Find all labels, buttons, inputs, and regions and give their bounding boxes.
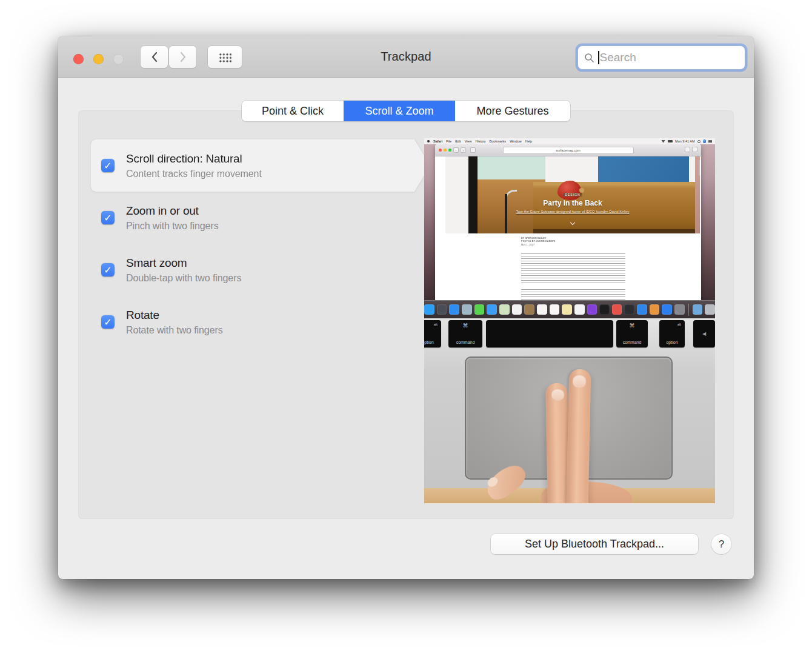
dock-icon-keynote: [637, 304, 647, 315]
dock-icon-facetime: [487, 304, 497, 315]
preview-close-icon: [439, 149, 442, 152]
checkbox-rotate[interactable]: ✓: [101, 315, 115, 329]
article-paragraph: [521, 289, 625, 300]
preview-hero-image: DESIGN Party in the Back Tour the Ettore…: [445, 156, 700, 233]
dock-icon-appstore: [662, 304, 672, 315]
dock-icon-trash: [705, 304, 715, 315]
dock-icon-system-preferences: [674, 304, 685, 315]
left-arrow-key: ◀: [693, 320, 715, 347]
help-button[interactable]: ?: [711, 534, 731, 554]
trackpad-preferences-window: Trackpad Search Point & Click Scroll & Z…: [58, 36, 754, 579]
siri-icon: [703, 139, 707, 143]
gesture-tabs: Point & Click Scroll & Zoom More Gesture…: [242, 101, 570, 121]
battery-icon: [668, 140, 673, 142]
article-photo-credit: PHOTOS BY JUSTIN KANEPS: [521, 239, 555, 243]
red-sculpture: [557, 181, 582, 200]
settings-pane: ✓ Scroll direction: Natural Content trac…: [79, 111, 733, 518]
dock-icon-safari: [449, 304, 459, 315]
tab-point-and-click[interactable]: Point & Click: [242, 101, 344, 121]
dock-divider: [688, 304, 689, 316]
search-placeholder: Search: [600, 51, 636, 64]
dock-icon-reminders: [550, 304, 560, 315]
option-key-right: alt option: [659, 320, 685, 347]
middle-finger: [567, 369, 591, 503]
setting-subtitle: Pinch with two fingers: [126, 221, 219, 232]
tab-scroll-and-zoom[interactable]: Scroll & Zoom: [344, 101, 455, 121]
row-zoom-in-or-out[interactable]: ✓ Zoom in or out Pinch with two fingers: [91, 192, 414, 244]
preview-forward-icon: ›: [461, 147, 466, 153]
dock-icon-podcasts: [587, 304, 597, 315]
search-field[interactable]: Search: [577, 45, 745, 70]
text-cursor: [598, 51, 599, 64]
spotlight-icon: [697, 140, 701, 143]
setting-title: Scroll direction: Natural: [126, 152, 262, 166]
setting-subtitle: Double-tap with two fingers: [126, 273, 241, 284]
dock-icon-tv: [599, 304, 610, 315]
command-key-left: ⌘ command: [448, 320, 482, 347]
setup-bluetooth-trackpad-button[interactable]: Set Up Bluetooth Trackpad...: [491, 534, 698, 554]
article-byline: BY SPENCER BAILEY: [521, 236, 547, 239]
preview-share-icon: [685, 147, 690, 152]
article-date: May 1, 2017: [521, 243, 534, 246]
preview-desktop-wallpaper: ‹ › surfacemag.com: [424, 138, 715, 318]
preview-sidebar-icon: [470, 147, 476, 153]
checkbox-smart-zoom[interactable]: ✓: [101, 263, 115, 276]
notification-center-icon: [708, 140, 712, 143]
preview-article: BY SPENCER BAILEY PHOTOS BY JUSTIN KANEP…: [445, 233, 700, 300]
dock-icon-photos: [512, 304, 522, 315]
checkbox-zoom-in-or-out[interactable]: ✓: [101, 211, 115, 224]
apple-menu-icon: [427, 140, 430, 143]
preview-url-field: surfacemag.com: [503, 147, 634, 154]
dock-icon-notes: [562, 304, 572, 315]
setting-subtitle: Content tracks finger movement: [126, 169, 262, 179]
middle-fingernail: [573, 375, 586, 388]
setting-title: Zoom in or out: [126, 204, 219, 218]
preview-scrollbar: [699, 160, 700, 176]
preview-back-icon: ‹: [453, 147, 459, 153]
index-finger: [545, 383, 569, 503]
search-icon: [584, 53, 594, 63]
setting-subtitle: Rotate with two fingers: [126, 325, 223, 336]
preview-tabs-icon: [692, 147, 697, 152]
dock-icon-itunes: [574, 304, 585, 315]
dock-icon-pages: [650, 304, 660, 315]
dock-icon-downloads-folder: [693, 304, 703, 315]
dock-icon-messages: [474, 304, 485, 315]
preview-minimize-icon: [444, 149, 447, 152]
dock-icon-preview: [462, 304, 472, 315]
preview-menubar: Safari File Edit View History Bookmarks …: [424, 138, 715, 144]
space-bar-key: [486, 320, 613, 347]
setting-title: Smart zoom: [126, 256, 241, 270]
row-smart-zoom[interactable]: ✓ Smart zoom Double-tap with two fingers: [91, 244, 414, 296]
dock-icon-calendar: [537, 304, 547, 315]
preview-safari-window: ‹ › surfacemag.com: [435, 144, 701, 300]
titlebar: Trackpad Search: [58, 36, 754, 78]
dock: [424, 300, 715, 318]
hero-subtitle: Tour the Ettore Sottsass-designed home o…: [445, 210, 700, 213]
option-key-left: alt option: [424, 320, 441, 347]
menubar-clock: Mon 9:41 AM: [675, 139, 694, 143]
index-fingernail: [551, 389, 564, 401]
dock-icon-news: [612, 304, 622, 315]
dock-icon-contacts: [524, 304, 534, 315]
command-key-right: ⌘ command: [616, 320, 648, 347]
row-scroll-direction[interactable]: ✓ Scroll direction: Natural Content trac…: [91, 139, 414, 192]
hero-category-tag: DESIGN: [563, 193, 582, 196]
preview-safari-toolbar: ‹ › surfacemag.com: [435, 144, 701, 156]
checkbox-scroll-direction[interactable]: ✓: [101, 159, 115, 172]
article-paragraph: [521, 253, 625, 284]
dock-icon-finder: [424, 304, 434, 315]
wifi-icon: [661, 140, 665, 143]
row-rotate[interactable]: ✓ Rotate Rotate with two fingers: [91, 296, 414, 348]
setting-title: Rotate: [126, 309, 223, 322]
dock-icon-stocks: [624, 304, 634, 315]
gesture-preview-video: ‹ › surfacemag.com: [424, 138, 715, 503]
hero-headline: Party in the Back: [445, 199, 700, 207]
dock-icon-launchpad: [437, 304, 447, 315]
tab-more-gestures[interactable]: More Gestures: [455, 101, 570, 121]
gesture-settings-list: ✓ Scroll direction: Natural Content trac…: [91, 139, 414, 348]
preview-zoom-icon: [448, 149, 451, 152]
dock-icon-maps: [499, 304, 510, 315]
